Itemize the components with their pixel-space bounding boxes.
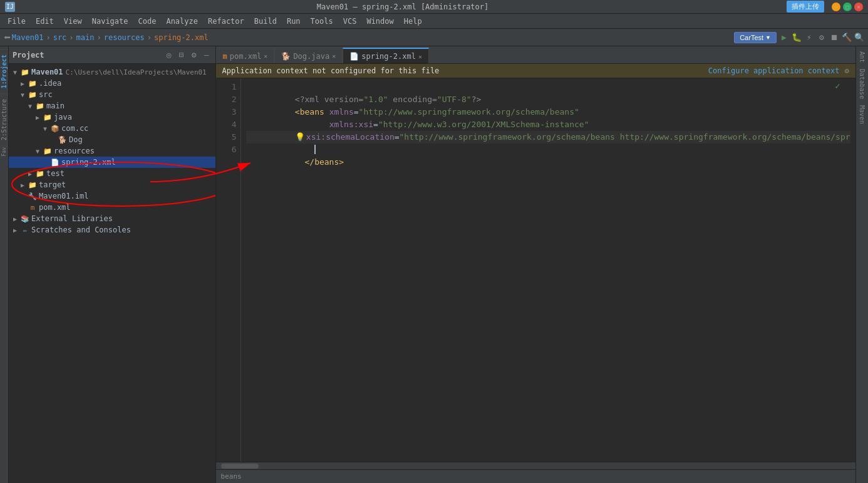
breadcrumb-main[interactable]: main xyxy=(76,33,95,42)
scroll-thumb[interactable] xyxy=(221,464,259,469)
code-editor[interactable]: 1 2 3 4 5 6 <?xml version="1.0" encoding… xyxy=(216,78,855,462)
tab-pom-close[interactable]: ✕ xyxy=(264,53,267,60)
debug-icon[interactable]: 🐛 xyxy=(792,33,802,43)
tree-item-target[interactable]: ▶ 📁 target xyxy=(9,179,215,190)
tree-label-test: test xyxy=(46,169,65,178)
nav-back-icon[interactable]: ⬅ xyxy=(4,31,11,44)
upload-button[interactable]: 插件上传 xyxy=(787,1,824,13)
menu-view[interactable]: View xyxy=(59,16,87,27)
tree-item-java[interactable]: ▶ 📁 java xyxy=(9,112,215,123)
banner-settings-icon[interactable]: ⚙ xyxy=(844,66,849,75)
tab-pom[interactable]: m pom.xml ✕ xyxy=(216,48,275,63)
tree-label-pom: pom.xml xyxy=(39,203,71,212)
line-num-3: 3 xyxy=(219,106,237,118)
coverage-icon[interactable]: ⚡ xyxy=(804,33,814,43)
tree-item-idea[interactable]: ▶ 📁 .idea xyxy=(9,78,215,89)
breadcrumb-spring2[interactable]: spring-2.xml xyxy=(154,33,209,42)
xml-val-version: "1.0" xyxy=(363,95,388,104)
tree-item-dog[interactable]: 🐕 Dog xyxy=(9,134,215,145)
scratch-icon: ✏ xyxy=(20,225,30,235)
gear-icon[interactable]: ⚙ xyxy=(189,50,199,60)
tree-arrow-java: ▶ xyxy=(34,114,41,121)
breadcrumb-resources[interactable]: resources xyxy=(104,33,145,42)
tab-spring2-close[interactable]: ✕ xyxy=(418,53,422,60)
xml-decl-1: <?xml version= xyxy=(295,95,364,104)
menu-code[interactable]: Code xyxy=(133,16,162,27)
line-numbers: 1 2 3 4 5 6 xyxy=(216,78,241,462)
folder-icon-maven01: 📁 xyxy=(20,67,30,77)
left-tab-project[interactable]: 1:Project xyxy=(0,49,8,93)
tab-bar: m pom.xml ✕ 🐕 Dog.java ✕ 📄 spring-2.xml … xyxy=(216,46,855,64)
tab-pom-label: pom.xml xyxy=(230,52,262,61)
right-panel-ant[interactable]: Ant xyxy=(859,49,865,65)
folder-icon-src: 📁 xyxy=(28,90,38,100)
menu-edit[interactable]: Edit xyxy=(31,16,59,27)
project-header: Project ◎ ⊟ ⚙ — xyxy=(9,46,215,64)
breadcrumb: Maven01 › src › main › resources › sprin… xyxy=(12,33,209,42)
collapse-icon[interactable]: ⊟ xyxy=(177,50,187,60)
bulb-icon[interactable]: 💡 xyxy=(295,132,305,142)
tree-arrow-resources: ▼ xyxy=(34,148,41,155)
tree-item-scratches[interactable]: ▶ ✏ Scratches and Consoles xyxy=(9,224,215,236)
configure-link[interactable]: Configure application context xyxy=(708,66,840,75)
xml-decl-enc: encoding= xyxy=(388,95,437,104)
tab-dog-icon: 🐕 xyxy=(281,52,291,61)
left-tab-structure[interactable]: 2:Structure xyxy=(0,93,8,145)
folder-icon-test: 📁 xyxy=(35,169,45,179)
tree-arrow-main: ▼ xyxy=(26,103,34,110)
tree-item-test[interactable]: ▶ 📁 test xyxy=(9,168,215,179)
left-tab-bar: 1:Project 2:Structure Fav xyxy=(0,46,9,483)
right-panel-maven[interactable]: Maven xyxy=(859,103,865,127)
menu-vcs[interactable]: VCS xyxy=(338,16,362,27)
tree-item-maven01iml[interactable]: 🔧 Maven01.iml xyxy=(9,190,215,202)
locate-icon[interactable]: ◎ xyxy=(164,50,174,60)
tree-label-target: target xyxy=(39,180,66,189)
tree-item-main[interactable]: ▼ 📁 main xyxy=(9,100,215,112)
tree-item-src[interactable]: ▼ 📁 src xyxy=(9,89,215,100)
tab-dog[interactable]: 🐕 Dog.java ✕ xyxy=(274,48,343,63)
line-num-6: 6 xyxy=(219,143,237,156)
tab-dog-close[interactable]: ✕ xyxy=(332,53,336,60)
tree-item-extlibs[interactable]: ▶ 📚 External Libraries xyxy=(9,213,215,224)
menu-file[interactable]: File xyxy=(3,16,31,27)
close-button[interactable]: ✕ xyxy=(854,3,863,11)
menu-help[interactable]: Help xyxy=(399,16,427,27)
tree-item-maven01[interactable]: ▼ 📁 Maven01 C:\Users\dell\IdeaProjects\M… xyxy=(9,66,215,78)
project-header-icons: ◎ ⊟ ⚙ — xyxy=(164,50,212,60)
breadcrumb-src[interactable]: src xyxy=(53,33,67,42)
title-bar: IJ Maven01 – spring-2.xml [Administrator… xyxy=(0,0,868,14)
menu-build[interactable]: Build xyxy=(249,16,282,27)
left-tab-favorites[interactable]: Fav xyxy=(0,145,8,157)
tree-label-resources: resources xyxy=(54,147,95,155)
run-icon[interactable]: ▶ xyxy=(779,33,789,43)
menu-refactor[interactable]: Refactor xyxy=(203,16,249,27)
tab-spring2[interactable]: 📄 spring-2.xml ✕ xyxy=(343,48,429,63)
status-text: beans xyxy=(221,472,242,480)
build-icon[interactable]: 🔨 xyxy=(842,33,852,43)
code-content[interactable]: <?xml version="1.0" encoding="UTF-8"?> <… xyxy=(241,78,855,462)
editor-scrollbar[interactable] xyxy=(216,462,855,469)
hide-icon[interactable]: — xyxy=(202,50,212,60)
settings-icon[interactable]: ⚙ xyxy=(817,33,827,43)
project-panel: Project ◎ ⊟ ⚙ — ▼ 📁 Maven01 C:\Users\del… xyxy=(9,46,216,483)
xml-icon-spring2: 📄 xyxy=(50,157,60,167)
tree-item-resources[interactable]: ▼ 📁 resources xyxy=(9,145,215,157)
tree-item-pomxml[interactable]: m pom.xml xyxy=(9,202,215,213)
tree-item-spring2[interactable]: 📄 spring-2.xml xyxy=(9,157,215,168)
stop-icon[interactable]: ⏹ xyxy=(829,33,839,43)
tree-arrow-idea: ▶ xyxy=(19,80,26,87)
minimize-button[interactable]: — xyxy=(832,3,840,11)
run-config-button[interactable]: CarTest ▼ xyxy=(734,32,777,43)
menu-navigate[interactable]: Navigate xyxy=(87,16,133,27)
maximize-button[interactable]: □ xyxy=(843,3,852,11)
right-panel-database[interactable]: Database xyxy=(859,66,865,101)
tree-label-maven01iml: Maven01.iml xyxy=(39,192,88,200)
breadcrumb-maven01[interactable]: Maven01 xyxy=(12,33,44,42)
menu-run[interactable]: Run xyxy=(282,16,306,27)
search-icon[interactable]: 🔍 xyxy=(854,33,864,43)
tree-item-comcc[interactable]: ▼ 📦 com.cc xyxy=(9,123,215,134)
tree-arrow-src: ▼ xyxy=(19,91,26,98)
menu-tools[interactable]: Tools xyxy=(306,16,338,27)
menu-analyze[interactable]: Analyze xyxy=(161,16,203,27)
menu-window[interactable]: Window xyxy=(361,16,398,27)
